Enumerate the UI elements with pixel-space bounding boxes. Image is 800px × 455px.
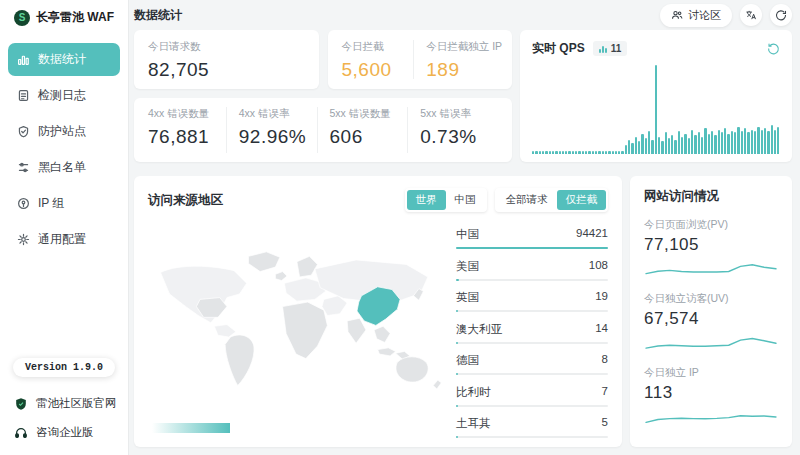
sidebar-item-5[interactable]: 通用配置 [8,223,120,256]
stat-4xx-rate-label: 4xx 错误率 [239,107,317,121]
sidebar-item-3[interactable]: 黑白名单 [8,151,120,184]
qps-bar [615,151,617,154]
qps-bar [754,131,756,154]
country-row-3[interactable]: 澳大利亚 14 [456,319,608,344]
country-name: 英国 [456,290,479,305]
country-name: 澳大利亚 [456,322,502,337]
document-icon [17,89,30,102]
headset-icon [14,426,28,440]
sidebar-item-label: IP 组 [38,195,64,212]
country-row-5[interactable]: 比利时 7 [456,382,608,407]
forum-button[interactable]: 讨论区 [660,4,732,27]
qps-bar [612,151,614,154]
qps-bar [542,151,544,154]
metric-label: 今日独立访客(UV) [644,292,778,306]
sidebar-item-label: 黑白名单 [38,159,86,176]
qps-bar [691,130,693,154]
metric-label: 今日页面浏览(PV) [644,218,778,232]
sidebar-item-1[interactable]: 检测日志 [8,79,120,112]
country-bar-track [456,310,608,312]
site-metric-1: 今日独立访客(UV) 67,574 [644,292,778,353]
country-name: 美国 [456,259,479,274]
qps-bar [734,132,736,154]
qps-bar [631,143,633,154]
error-stats-card: 4xx 错误数量 76,881 4xx 错误率 92.96% 5xx 错误数量 … [134,98,512,162]
qps-bar [704,128,706,154]
requests-value: 82,705 [148,59,305,81]
qps-bar [764,128,766,154]
qps-bar [771,125,773,154]
qps-bar [535,151,537,154]
qps-bar [747,132,749,154]
translate-button[interactable] [740,4,762,26]
site-visits-title: 网站访问情况 [644,188,778,205]
qps-bar [665,132,667,154]
scope-toggle: 世界中国 [405,188,487,212]
qps-history-button[interactable] [767,42,780,55]
qps-bar [562,151,564,154]
country-value: 5 [602,416,608,431]
scope-option-0[interactable]: 世界 [407,190,446,210]
qps-bar [595,151,597,154]
country-bar-track [456,405,608,407]
country-bar [456,279,459,281]
country-row-1[interactable]: 美国 108 [456,256,608,281]
country-row-4[interactable]: 德国 8 [456,350,608,375]
sparkline-chart [644,331,778,353]
country-bar [456,405,458,407]
country-bar-track [456,342,608,344]
qps-bar [671,135,673,154]
qps-bar [727,134,729,154]
stat-5xx-rate-value: 0.73% [420,126,498,148]
qps-bar [767,131,769,154]
qps-bar [718,130,720,154]
qps-bar [625,145,627,154]
sidebar-footer-links: 雷池社区版官网咨询企业版 [0,389,128,447]
qps-bar [641,134,643,154]
sidebar-item-0[interactable]: 数据统计 [8,43,120,76]
filter-option-1[interactable]: 仅拦截 [557,190,607,210]
gear-icon [17,233,30,246]
stat-5xx-rate-label: 5xx 错误率 [420,107,498,121]
country-bar [456,436,458,438]
sparkline-chart [644,257,778,279]
sidebar-item-4[interactable]: IP 组 [8,187,120,220]
filter-option-0[interactable]: 全部请求 [497,190,557,210]
country-row-2[interactable]: 英国 19 [456,287,608,312]
qps-bar [628,140,630,154]
users-icon [671,9,683,21]
qps-bar [578,151,580,154]
qps-bar [539,151,541,154]
blocked-ips-value: 189 [426,59,498,81]
world-map[interactable] [148,212,444,437]
logout-button[interactable] [770,4,792,26]
country-bar [456,247,608,249]
sparkline-chart [644,405,778,427]
qps-bar [658,137,660,154]
qps-bar [724,128,726,154]
community-site-link[interactable]: 雷池社区版官网 [0,389,128,418]
qps-bar [608,151,610,154]
qps-bar [714,135,716,154]
site-metric-0: 今日页面浏览(PV) 77,105 [644,218,778,279]
qps-bar [711,131,713,154]
shield-check-icon [17,125,30,138]
country-bar-track [456,247,608,249]
qps-bar [549,151,551,154]
scope-option-1[interactable]: 中国 [446,190,485,210]
country-value: 7 [602,385,608,400]
country-row-0[interactable]: 中国 94421 [456,224,608,249]
country-name: 德国 [456,353,479,368]
sidebar-nav: 数据统计检测日志防护站点黑白名单IP 组通用配置 [0,40,128,259]
qps-bar [565,151,567,154]
country-row-6[interactable]: 土耳其 5 [456,413,608,438]
country-name: 中国 [456,227,479,242]
enterprise-link[interactable]: 咨询企业版 [0,418,128,447]
sidebar-item-2[interactable]: 防护站点 [8,115,120,148]
qps-bar [638,141,640,154]
qps-bar-chart [532,65,780,154]
metric-label: 今日独立 IP [644,366,778,380]
stat-4xx-count-value: 76,881 [148,126,226,148]
qps-bar [757,127,759,154]
sidebar-item-label: 防护站点 [38,123,86,140]
